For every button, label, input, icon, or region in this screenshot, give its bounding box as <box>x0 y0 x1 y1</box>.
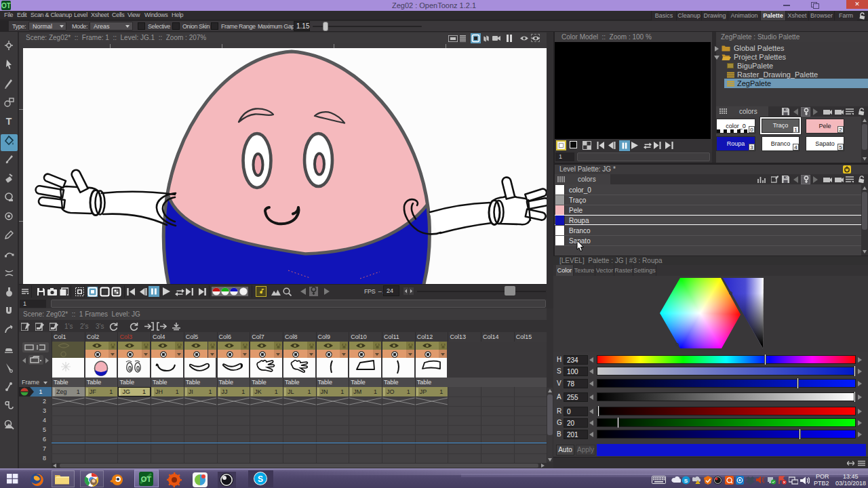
svg-text:S: S <box>258 474 263 484</box>
svg-text:!: ! <box>697 480 698 484</box>
svg-text:OT: OT <box>141 475 152 483</box>
svg-text:T: T <box>6 116 12 127</box>
svg-text:S: S <box>684 478 688 484</box>
